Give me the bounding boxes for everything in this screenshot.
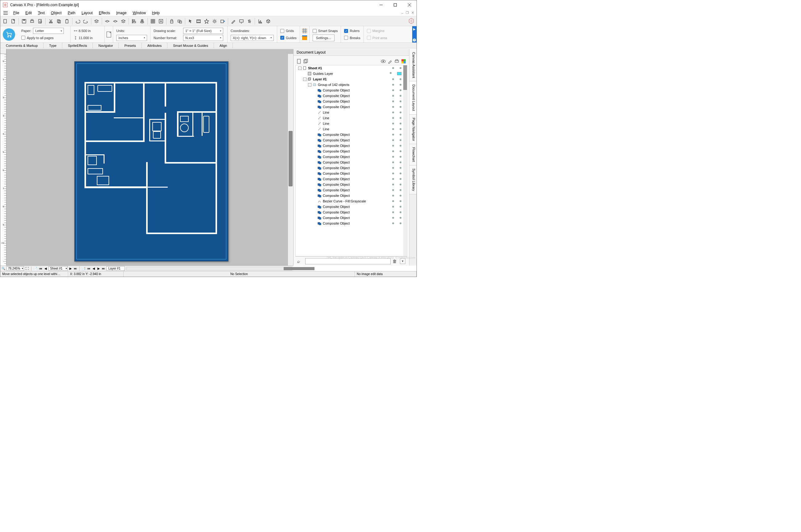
guide-color-icon[interactable] <box>301 35 308 41</box>
tree-row[interactable]: Composite Object <box>296 99 407 104</box>
tree-row[interactable]: Composite Object <box>296 143 407 149</box>
tree-row[interactable]: Composite Object <box>296 137 407 143</box>
help-icon[interactable]: ? <box>413 38 416 42</box>
tree-row[interactable]: Composite Object <box>296 176 407 182</box>
tree-twisty[interactable]: - <box>308 83 311 87</box>
coords-dropdown[interactable]: X(+): right, Y(+): down <box>231 35 274 41</box>
first-layer-button[interactable]: ⏮ <box>87 267 91 270</box>
paste-icon[interactable] <box>63 18 71 25</box>
stack-bottom-icon[interactable] <box>120 18 127 25</box>
grids-checkbox[interactable]: Grids <box>280 29 294 33</box>
minimize-button[interactable] <box>374 0 388 10</box>
chart-icon[interactable] <box>256 18 264 25</box>
find-icon[interactable]: ⌕ <box>297 259 303 264</box>
preview-icon[interactable] <box>36 18 44 25</box>
margins-checkbox[interactable]: Margins <box>367 29 384 33</box>
redo-icon[interactable] <box>82 18 89 25</box>
edit-tool-icon[interactable] <box>387 59 393 64</box>
menu-image[interactable]: Image <box>113 11 129 15</box>
tree-row[interactable]: Composite Object <box>296 93 407 99</box>
ruler-corner[interactable] <box>0 49 6 54</box>
screen-icon[interactable] <box>238 18 245 25</box>
first-sheet-button[interactable]: ⏮ <box>39 267 43 270</box>
menu-edit[interactable]: Edit <box>22 11 35 15</box>
tree-scrollbar-thumb[interactable] <box>403 65 407 90</box>
last-sheet-button[interactable]: ⏭ <box>73 267 78 270</box>
next-sheet-button[interactable]: ▶ <box>69 267 73 270</box>
orientation-icon[interactable] <box>105 26 113 42</box>
page-height[interactable]: 11.000 in <box>79 36 92 40</box>
guides-checkbox[interactable]: ✓Guides <box>280 36 297 40</box>
prev-sheet-button[interactable]: ◀ <box>43 267 48 270</box>
tree-row[interactable]: Composite Object <box>296 154 407 159</box>
tree-row[interactable]: Composite Object <box>296 132 407 137</box>
prev-layer-button[interactable]: ◀ <box>92 267 96 270</box>
subpal-sprite[interactable]: SpriteEffects <box>62 43 93 48</box>
subpal-navigator[interactable]: Navigator <box>93 43 119 48</box>
tree-row[interactable]: Composite Object <box>296 215 407 221</box>
gear-icon[interactable] <box>211 18 218 25</box>
star-icon[interactable] <box>203 18 210 25</box>
align-left-icon[interactable] <box>130 18 138 25</box>
doc-restore-icon[interactable]: ❐ <box>406 11 409 15</box>
tree-row[interactable]: Composite Object <box>296 171 407 176</box>
cut-icon[interactable] <box>47 18 55 25</box>
subpal-align[interactable]: Align <box>214 43 233 48</box>
new-icon[interactable] <box>2 18 9 25</box>
tree-row[interactable]: Composite Object <box>296 221 407 226</box>
stack-top-icon[interactable] <box>93 18 100 25</box>
pointer-icon[interactable] <box>187 18 194 25</box>
zoom-fit-icon[interactable]: ⛶ <box>25 267 30 270</box>
units-dropdown[interactable]: inches <box>116 35 147 41</box>
menu-text[interactable]: Text <box>35 11 48 15</box>
doc-close-icon[interactable]: ✕ <box>411 11 414 15</box>
subpal-type[interactable]: Type <box>43 43 62 48</box>
spray-icon[interactable] <box>246 18 253 25</box>
menu-file[interactable]: File <box>10 11 22 15</box>
rulers-checkbox[interactable]: ✓Rulers <box>344 29 360 33</box>
visibility-icon[interactable] <box>381 59 386 64</box>
tree-row[interactable]: Composite Object <box>296 149 407 154</box>
lock-icon[interactable] <box>168 18 176 25</box>
apply-all-checkbox[interactable]: Apply to all pages <box>21 36 54 40</box>
tree-row[interactable]: Composite Object <box>296 88 407 93</box>
grid-color-icon[interactable] <box>301 27 308 34</box>
scale-dropdown[interactable]: 1" = 1" (Full Size) <box>183 28 223 34</box>
horizontal-scrollbar-thumb[interactable] <box>284 267 314 270</box>
tree-row[interactable]: Line <box>296 110 407 115</box>
stack-up-icon[interactable] <box>104 18 111 25</box>
subpal-comments[interactable]: Comments & Markup <box>0 43 43 48</box>
snap-icon[interactable] <box>157 18 165 25</box>
sidetab-canvas-assistant[interactable]: Canvas Assistant <box>409 49 417 81</box>
sidetab-document-layout[interactable]: Document Layout <box>409 81 417 114</box>
shopping-cart-button[interactable] <box>3 28 15 41</box>
stack-down-icon[interactable] <box>112 18 119 25</box>
tree-row[interactable]: Composite Object <box>296 159 407 165</box>
maximize-button[interactable] <box>388 0 402 10</box>
tree-twisty[interactable]: - <box>303 78 307 81</box>
sidetab-page-navigator[interactable]: Page Navigator <box>409 115 417 145</box>
tree-row[interactable]: Composite Object <box>296 104 407 110</box>
layer-icon[interactable]: 📑 <box>81 267 86 270</box>
save-icon[interactable] <box>20 18 28 25</box>
canvas-viewport[interactable] <box>6 54 288 266</box>
tree-row[interactable]: Line <box>296 121 407 126</box>
doc-minimize-icon[interactable]: – <box>401 11 403 15</box>
new-layer-icon[interactable] <box>303 59 308 64</box>
sidetab-flowchart[interactable]: Flowchart <box>409 144 417 166</box>
tree-row[interactable]: Line <box>296 115 407 121</box>
paper-dropdown[interactable]: Letter <box>33 28 64 34</box>
floorplan-drawing[interactable] <box>85 82 217 234</box>
vertical-scrollbar-thumb[interactable] <box>289 131 293 186</box>
sidetab-symbol-library[interactable]: Symbol Library <box>409 166 417 194</box>
last-layer-button[interactable]: ⏭ <box>102 267 106 270</box>
menu-layout[interactable]: Layout <box>78 11 95 15</box>
canvas-page[interactable] <box>74 61 229 262</box>
tree-row[interactable]: -Layer #1 <box>296 76 407 82</box>
printarea-checkbox[interactable]: Print area <box>367 36 387 40</box>
zoom-icon[interactable]: 🔍 <box>1 267 6 270</box>
breaks-checkbox[interactable]: Breaks <box>344 36 360 40</box>
numfmt-dropdown[interactable]: N.xx3 <box>183 35 223 41</box>
close-button[interactable] <box>402 0 417 10</box>
new-sheet-icon[interactable] <box>297 59 302 64</box>
